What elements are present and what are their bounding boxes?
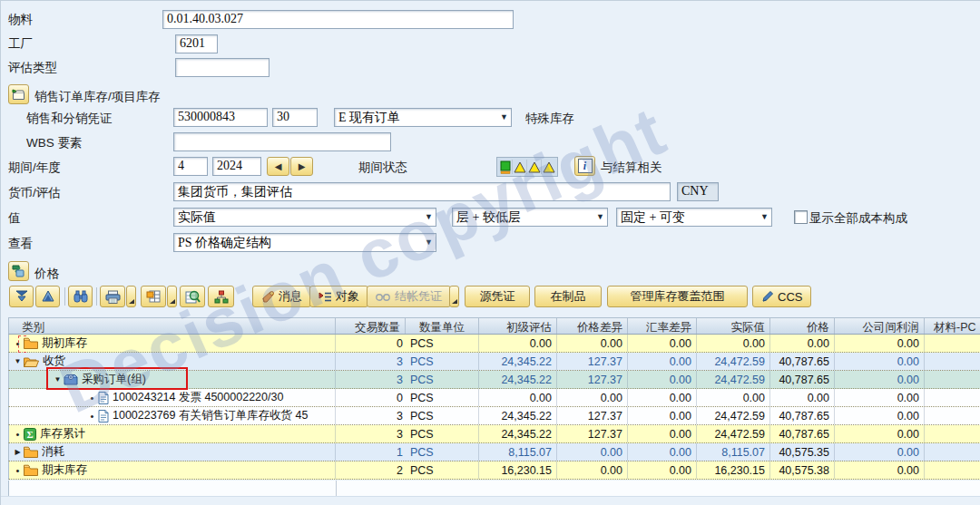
actual-value-cell: 16,230.15 (697, 461, 770, 479)
settlement-info-button[interactable]: i (574, 156, 595, 176)
sales-doc-item-input[interactable]: 30 (272, 108, 318, 127)
plant-label: 工厂 (8, 36, 33, 53)
menu-corner-icon (452, 299, 457, 304)
actual-value-cell: 8,115.07 (697, 443, 770, 461)
material-pc-cell (925, 443, 980, 461)
table-row[interactable]: •期初库存0PCS0.000.000.000.000.000.00 (8, 335, 980, 353)
fixed-variable-select[interactable]: 固定 + 可变 ▼ (616, 208, 772, 227)
material-input[interactable]: 0.01.40.03.027 (162, 10, 514, 29)
object-button[interactable]: 对象 (309, 286, 368, 307)
status-warning-triangle-icon (542, 160, 555, 174)
layout-button[interactable] (141, 286, 166, 307)
category-cell[interactable]: •期初库存 (9, 335, 336, 352)
unit-cell: PCS (406, 371, 479, 388)
print-button[interactable] (100, 286, 125, 307)
column-header[interactable]: 价格差异 (557, 318, 628, 334)
next-period-button[interactable]: ▶ (290, 157, 313, 176)
exchange-diff-cell: 0.00 (628, 335, 697, 352)
column-header[interactable]: 实际值 (697, 318, 770, 334)
stock-coverage-button[interactable]: 管理库存覆盖范围 (607, 286, 748, 307)
sales-order-stock-section-title: 销售订单库存/项目库存 (34, 89, 161, 105)
value-type-select[interactable]: 实际值 ▼ (173, 208, 436, 227)
layer-select[interactable]: 层 + 较低层 ▼ (452, 208, 608, 227)
sales-doc-type-select[interactable]: E 现有订单 ▼ (334, 108, 512, 127)
prelim-valuation-cell: 16,230.15 (479, 461, 557, 479)
category-cell[interactable]: ▶消耗 (9, 443, 336, 461)
table-row[interactable]: •1000223769 有关销售订单库存收货 453PCS24,345.2212… (8, 407, 980, 425)
binoculars-icon (74, 290, 88, 303)
actual-value-cell: 24,472.59 (697, 371, 770, 388)
toolbar-separator (96, 287, 97, 306)
previous-period-button[interactable]: ◀ (267, 157, 289, 176)
table-row[interactable]: •Σ库存累计3PCS24,345.22127.370.0024,472.5940… (8, 425, 980, 443)
find-button[interactable] (68, 286, 93, 307)
prelim-valuation-cell: 24,345.22 (479, 353, 557, 370)
wbs-input[interactable] (173, 132, 391, 151)
price-diff-cell: 127.37 (557, 407, 628, 424)
column-header[interactable]: 汇率差异 (628, 318, 697, 334)
column-header[interactable]: 数量单位 (406, 318, 479, 334)
prelim-valuation-cell: 24,345.22 (479, 371, 557, 388)
intercompany-profit-cell: 0.00 (835, 425, 925, 442)
arrow-right-icon: ▶ (299, 161, 306, 171)
column-header[interactable]: 类别 (9, 318, 336, 334)
settlement-doc-menu-button[interactable] (449, 286, 459, 307)
category-cell[interactable]: •期末库存 (9, 461, 336, 479)
qty-cell: 3 (336, 407, 406, 424)
sigma-total-icon: Σ (24, 428, 36, 441)
table-row[interactable]: •期末库存2PCS16,230.150.000.0016,230.1540,57… (8, 461, 980, 480)
category-cell[interactable]: •Σ库存累计 (9, 425, 336, 442)
view-select[interactable]: PS 价格确定结构 ▼ (173, 233, 436, 252)
column-header[interactable]: 材料-PC (925, 318, 980, 334)
sales-doc-number-input[interactable]: 530000843 (173, 108, 268, 127)
detail-view-button[interactable] (180, 286, 205, 307)
table-row[interactable]: ▶消耗1PCS8,115.070.000.008,115.0740,575.35… (8, 443, 980, 461)
column-header[interactable]: 初级评估 (479, 318, 557, 334)
table-row[interactable]: •1000243214 发票 4500002220/300PCS0.000.00… (8, 389, 980, 407)
ccs-button[interactable]: CCS (752, 286, 811, 307)
expand-all-button[interactable] (9, 286, 34, 307)
tree-expander-icon[interactable]: ▶ (13, 448, 23, 456)
year-input[interactable]: 2024 (212, 157, 261, 176)
exchange-diff-cell: 0.00 (628, 389, 697, 406)
price-diff-cell: 127.37 (557, 371, 628, 388)
print-menu-button[interactable] (126, 286, 136, 307)
valuation-type-input[interactable] (175, 58, 270, 77)
show-all-cost-components-label: 显示全部成本构成 (809, 210, 907, 227)
unit-cell: PCS (406, 407, 479, 424)
chevron-down-icon: ▼ (425, 212, 433, 221)
value-label: 值 (8, 210, 21, 227)
category-cell[interactable]: •1000243214 发票 4500002220/30 (9, 389, 336, 406)
period-input[interactable]: 4 (173, 157, 208, 176)
category-label: 消耗 (42, 444, 64, 460)
pencil-icon (761, 290, 774, 303)
leaf-bullet-icon: • (13, 465, 23, 476)
material-pc-cell (925, 407, 980, 424)
sort-hierarchy-button[interactable] (208, 286, 234, 307)
plant-input[interactable]: 6201 (175, 34, 218, 53)
column-header[interactable]: 价格 (770, 318, 835, 334)
qty-cell: 1 (336, 443, 406, 461)
collapse-all-button[interactable] (35, 286, 60, 307)
source-document-button[interactable]: 源凭证 (465, 286, 530, 307)
collapse-section-icon[interactable] (8, 84, 29, 104)
hierarchy-folder-icon (12, 265, 25, 277)
layout-menu-button[interactable] (167, 286, 177, 307)
unit-cell: PCS (406, 389, 479, 406)
column-header[interactable]: 交易数量 (336, 318, 406, 334)
column-header[interactable]: 公司间利润 (835, 318, 925, 334)
messages-button[interactable]: 消息 (252, 286, 311, 307)
unit-cell: PCS (406, 353, 479, 370)
currency-valuation-input[interactable]: 集团货币，集团评估 (173, 182, 671, 201)
material-label: 物料 (8, 12, 33, 28)
show-all-cost-components-checkbox[interactable] (794, 210, 808, 224)
category-cell[interactable]: •1000223769 有关销售订单库存收货 45 (9, 407, 336, 424)
table-bottom-border (1, 496, 980, 497)
prelim-valuation-cell: 0.00 (479, 389, 557, 406)
price-diff-cell: 0.00 (557, 335, 628, 352)
tree-expander-icon[interactable]: ▼ (13, 357, 23, 365)
wip-button[interactable]: 在制品 (534, 286, 602, 307)
intercompany-profit-cell: 0.00 (835, 371, 925, 388)
folder-closed-icon (24, 446, 38, 458)
price-section-icon[interactable] (8, 261, 29, 281)
